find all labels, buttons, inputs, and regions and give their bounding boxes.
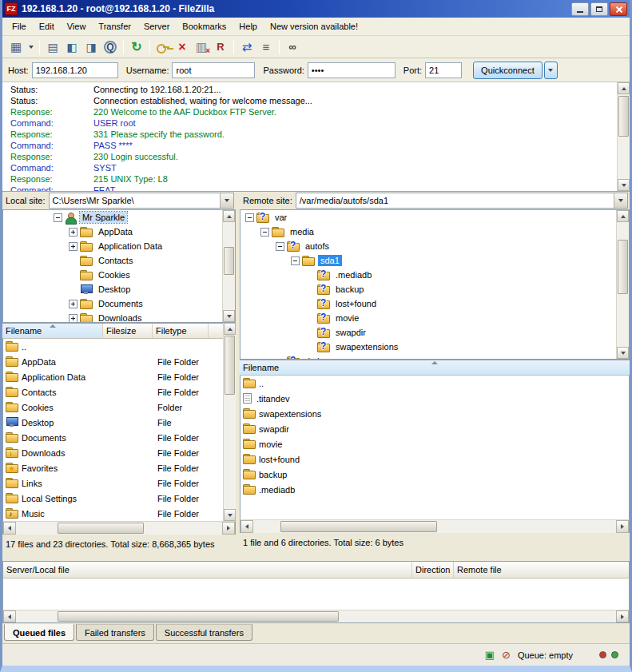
scrollbar-thumb[interactable]	[225, 336, 235, 395]
scroll-up-button[interactable]	[224, 323, 236, 335]
collapse-toggle[interactable]	[260, 228, 269, 237]
file-row[interactable]: Local SettingsFile Folder	[3, 491, 222, 506]
find-files-icon[interactable]: ∞	[283, 38, 302, 56]
menu-view[interactable]: View	[61, 19, 93, 34]
file-row[interactable]: ..	[3, 339, 222, 354]
expand-toggle[interactable]	[69, 300, 78, 308]
tree-item[interactable]: media	[240, 225, 629, 239]
collapse-toggle[interactable]	[276, 242, 284, 251]
column-header-server-local-file[interactable]: Server/Local file	[3, 562, 412, 578]
tree-item[interactable]: Contacts	[3, 253, 235, 268]
tree-item[interactable]: autofs	[240, 239, 629, 253]
scrollbar-thumb[interactable]	[58, 523, 144, 534]
file-row[interactable]: CookiesFolder	[3, 400, 222, 415]
tree-item[interactable]: Application Data	[3, 239, 235, 253]
key-icon[interactable]	[153, 38, 173, 56]
scroll-right-button[interactable]	[616, 520, 629, 533]
tree-item[interactable]: .mediadb	[240, 268, 629, 282]
tree-item[interactable]: movie	[240, 311, 629, 325]
local-hscrollbar[interactable]	[2, 521, 236, 535]
file-row[interactable]: DesktopFile	[3, 415, 222, 430]
queue-hscrollbar[interactable]	[2, 610, 630, 623]
column-header-filesize[interactable]: Filesize	[103, 324, 153, 338]
scroll-up-button[interactable]	[617, 210, 629, 222]
disconnect-icon[interactable]: ▥	[192, 38, 211, 56]
password-input[interactable]	[308, 62, 395, 78]
cancel-icon[interactable]: ×	[173, 38, 192, 56]
collapse-toggle[interactable]	[245, 213, 254, 222]
titlebar[interactable]: FZ 192.168.1.20 - root@192.168.1.20 - Fi…	[2, 0, 630, 18]
tree-item[interactable]: swapdir	[240, 325, 629, 340]
column-header-filename[interactable]: Filename	[240, 360, 630, 375]
scrollbar-thumb[interactable]	[224, 247, 234, 275]
local-tree-toggle-icon[interactable]: ◧	[62, 38, 81, 56]
menu-transfer[interactable]: Transfer	[92, 19, 137, 34]
scroll-right-button[interactable]	[222, 522, 235, 535]
directory-comparison-icon[interactable]: ≡	[256, 38, 276, 56]
menu-bookmarks[interactable]: Bookmarks	[176, 19, 233, 34]
menu-new-version[interactable]: New version available!	[264, 19, 364, 34]
scrollbar-thumb[interactable]	[58, 611, 339, 622]
file-row[interactable]: LinksFile Folder	[3, 475, 222, 491]
remote-tree-toggle-icon[interactable]: ◨	[81, 38, 101, 56]
minimize-button[interactable]	[571, 2, 589, 16]
file-row[interactable]: movie	[240, 436, 629, 451]
file-row[interactable]: AppDataFile Folder	[3, 354, 222, 369]
file-row[interactable]: Application DataFile Folder	[3, 369, 222, 384]
column-header-remote-file[interactable]: Remote file	[454, 562, 629, 578]
tree-item[interactable]: Documents	[3, 296, 235, 311]
collapse-toggle[interactable]	[291, 256, 300, 265]
scroll-up-button[interactable]	[223, 210, 235, 222]
combo-dropdown-button[interactable]	[220, 193, 233, 208]
combo-dropdown-button[interactable]	[614, 193, 627, 208]
local-list-scrollbar[interactable]	[223, 323, 236, 521]
tab-successful-transfers[interactable]: Successful transfers	[156, 624, 252, 641]
tree-item[interactable]: Downloads	[3, 311, 235, 323]
file-row[interactable]: DocumentsFile Folder	[3, 430, 222, 445]
file-row[interactable]: FavoritesFile Folder	[3, 460, 222, 475]
message-log-toggle-icon[interactable]: ▤	[43, 38, 62, 56]
column-header-filetype[interactable]: Filetype	[153, 324, 209, 338]
sync-status-icon[interactable]: ▣	[485, 650, 495, 660]
scroll-down-button[interactable]	[224, 509, 236, 521]
scroll-down-button[interactable]	[223, 310, 235, 322]
file-row[interactable]: lost+found	[240, 451, 629, 467]
tree-item[interactable]: Cookies	[3, 268, 235, 282]
tree-item[interactable]: dvd	[240, 354, 629, 360]
reconnect-icon[interactable]: R	[211, 38, 230, 56]
expand-toggle[interactable]	[69, 314, 78, 323]
port-input[interactable]	[425, 62, 462, 78]
collapse-toggle[interactable]	[54, 213, 62, 222]
column-header-direction[interactable]: Direction	[412, 562, 454, 578]
tab-failed-transfers[interactable]: Failed transfers	[76, 624, 154, 641]
tree-item[interactable]: lost+found	[240, 296, 629, 311]
username-input[interactable]	[172, 62, 255, 78]
file-row[interactable]: swapdir	[240, 421, 629, 436]
file-row[interactable]: ContactsFile Folder	[3, 384, 222, 400]
scroll-down-button[interactable]	[617, 347, 629, 359]
scroll-up-button[interactable]	[618, 82, 630, 94]
quickconnect-dropdown[interactable]	[544, 62, 558, 79]
close-button[interactable]	[610, 2, 627, 16]
menu-help[interactable]: Help	[233, 19, 264, 34]
file-row[interactable]: ..	[240, 376, 629, 391]
scroll-down-button[interactable]	[618, 179, 630, 191]
scrollbar-thumb[interactable]	[618, 96, 629, 137]
scroll-right-button[interactable]	[616, 610, 629, 622]
remote-site-combo[interactable]: /var/media/autofs/sda1	[296, 193, 628, 209]
queue-toggle-icon[interactable]: Q	[101, 38, 120, 56]
tree-item-sda1[interactable]: sda1	[240, 253, 629, 268]
host-input[interactable]	[32, 62, 118, 78]
tab-queued-files[interactable]: Queued files	[4, 624, 74, 641]
log-scrollbar[interactable]	[617, 82, 630, 191]
menu-file[interactable]: File	[6, 19, 33, 34]
menu-server[interactable]: Server	[137, 19, 176, 34]
file-row[interactable]: .titandev	[240, 391, 629, 406]
file-row[interactable]: MusicFile Folder	[3, 506, 222, 521]
scrollbar-thumb[interactable]	[280, 521, 437, 532]
file-row[interactable]: backup	[240, 467, 629, 482]
expand-toggle[interactable]	[69, 242, 78, 251]
maximize-button[interactable]	[590, 2, 608, 16]
remote-hscrollbar[interactable]	[240, 519, 630, 533]
remote-tree-scrollbar[interactable]	[616, 210, 629, 359]
